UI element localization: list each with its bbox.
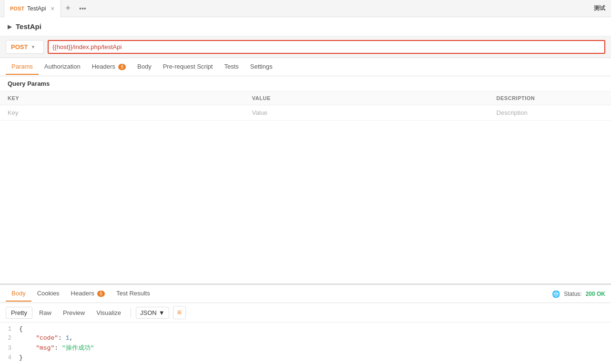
json-msg-key: "msg" [36, 344, 54, 352]
resp-tab-headers[interactable]: Headers 6 [65, 286, 111, 302]
json-format-select[interactable]: JSON ▼ [136, 307, 169, 319]
divider [131, 308, 131, 317]
params-spacer [0, 121, 611, 284]
status-value: 200 OK [586, 291, 605, 297]
new-tab-button[interactable]: + [61, 3, 76, 13]
tab-tests[interactable]: Tests [218, 59, 244, 75]
resp-headers-badge: 6 [97, 291, 105, 297]
resp-tab-cookies[interactable]: Cookies [31, 286, 65, 302]
json-dropdown-arrow: ▼ [159, 309, 165, 316]
line-num-2: 2 [0, 335, 19, 342]
top-right-action[interactable]: 测试 [592, 0, 607, 17]
json-line-1: 1 { [0, 324, 611, 334]
desc-placeholder[interactable]: Description [489, 105, 611, 121]
query-params-section: Query Params KEY VALUE DESCRIPTION Key V… [0, 76, 611, 121]
col-key-header: KEY [0, 91, 244, 105]
tab-prerequest[interactable]: Pre-request Script [157, 59, 219, 75]
tab-more-button[interactable]: ••• [75, 5, 90, 12]
resp-tab-body[interactable]: Body [6, 286, 31, 302]
visualize-button[interactable]: Visualize [92, 307, 126, 318]
json-line-3: 3 "msg" : "操作成功" [0, 343, 611, 353]
request-arrow-icon: ▶ [8, 23, 12, 30]
method-select[interactable]: POST ▼ [6, 40, 44, 54]
json-close-brace: } [19, 354, 23, 361]
main-content: ▶ TestApi POST ▼ Params Authorization He… [0, 17, 611, 364]
line-num-3: 3 [0, 345, 19, 352]
request-tabs: Params Authorization Headers 8 Body Pre-… [0, 58, 611, 76]
preview-button[interactable]: Preview [58, 307, 90, 318]
key-placeholder[interactable]: Key [0, 105, 244, 121]
tab-params[interactable]: Params [6, 59, 39, 75]
col-value-header: VALUE [244, 91, 489, 105]
json-colon-3: : [54, 344, 62, 352]
status-area: 🌐 Status: 200 OK [552, 290, 605, 298]
method-dropdown-arrow: ▼ [31, 44, 35, 50]
globe-icon: 🌐 [552, 290, 560, 298]
value-placeholder[interactable]: Value [244, 105, 489, 121]
query-params-title: Query Params [0, 76, 611, 91]
wrap-button[interactable]: ≡ [173, 306, 186, 319]
tab-bar: POST TestApi × + ••• 测试 [0, 0, 611, 17]
method-label: POST [11, 43, 28, 51]
tab-title: TestApi [27, 5, 46, 12]
tab-method-badge: POST [10, 6, 24, 11]
response-tabs: Body Cookies Headers 6 Test Results 🌐 St… [0, 285, 611, 303]
params-table: KEY VALUE DESCRIPTION Key Value Descript… [0, 91, 611, 121]
headers-badge: 8 [118, 64, 126, 70]
request-header: ▶ TestApi [0, 17, 611, 36]
json-code-key: "code" [36, 334, 58, 342]
indent-3 [19, 344, 34, 352]
url-input[interactable] [52, 43, 601, 51]
tab-settings[interactable]: Settings [244, 59, 278, 75]
url-input-wrapper [48, 40, 605, 54]
tab-close-button[interactable]: × [51, 5, 54, 12]
raw-button[interactable]: Raw [34, 307, 56, 318]
active-tab[interactable]: POST TestApi × [4, 0, 61, 17]
col-desc-header: DESCRIPTION [489, 91, 611, 105]
request-name: TestApi [16, 22, 41, 30]
json-comma-2: , [69, 334, 73, 342]
format-toolbar: Pretty Raw Preview Visualize JSON ▼ ≡ [0, 303, 611, 323]
line-num-4: 4 [0, 354, 19, 361]
url-bar: POST ▼ [0, 36, 611, 58]
response-section: Body Cookies Headers 6 Test Results 🌐 St… [0, 284, 611, 364]
indent-2 [19, 334, 34, 342]
json-code-value: 1 [66, 334, 70, 342]
tab-authorization[interactable]: Authorization [39, 59, 86, 75]
json-msg-value: "操作成功" [62, 344, 94, 352]
json-line-2: 2 "code" : 1 , [0, 334, 611, 343]
json-format-label: JSON [140, 309, 157, 316]
json-line-4: 4 } [0, 353, 611, 362]
status-label: Status: [564, 291, 581, 297]
params-placeholder-row: Key Value Description [0, 105, 611, 121]
json-viewer: 1 { 2 "code" : 1 , 3 "msg" : "操作成功" 4 [0, 323, 611, 364]
json-colon-2: : [58, 334, 66, 342]
tab-body[interactable]: Body [132, 59, 157, 75]
line-num-1: 1 [0, 326, 19, 333]
pretty-button[interactable]: Pretty [6, 307, 32, 319]
tab-headers[interactable]: Headers 8 [86, 59, 132, 75]
upper-section: ▶ TestApi POST ▼ Params Authorization He… [0, 17, 611, 284]
json-open-brace: { [19, 325, 23, 333]
resp-tab-testresults[interactable]: Test Results [111, 286, 156, 302]
